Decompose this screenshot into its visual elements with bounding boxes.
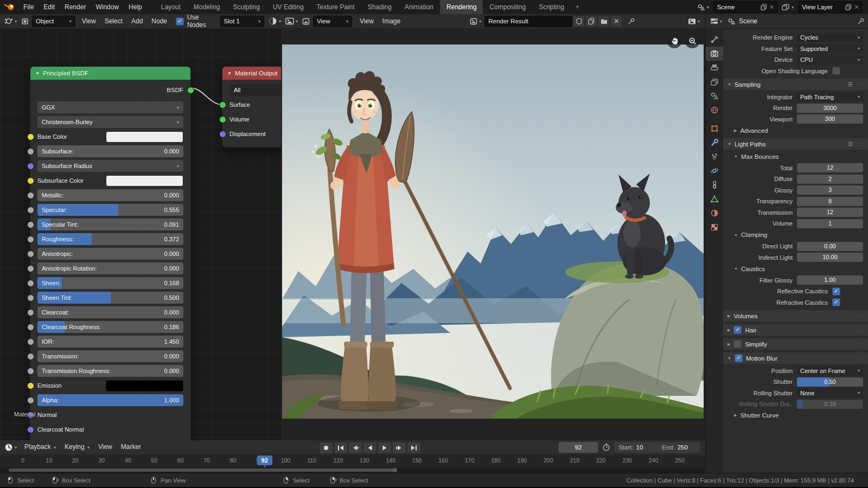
input-socket-gray[interactable]	[27, 280, 34, 287]
node-slider[interactable]: Clearcoat:0.000	[37, 306, 183, 318]
shader-menu-add[interactable]: Add	[127, 14, 147, 28]
properties-tab-render-icon[interactable]	[706, 47, 723, 61]
dropdown-rolling-shutter[interactable]: None▾	[797, 388, 863, 397]
node-slider[interactable]: Subsurface:0.000	[37, 145, 183, 157]
input-socket-gray[interactable]	[27, 221, 34, 228]
input-socket-gray[interactable]	[27, 338, 34, 345]
workspace-tab-shading[interactable]: Shading	[361, 0, 398, 14]
properties-tab-physics-icon[interactable]	[706, 164, 723, 178]
frame-end-field[interactable]: End:250	[658, 442, 700, 453]
image-mode-dropdown[interactable]: View▾	[313, 16, 352, 27]
main-menu-render[interactable]: Render	[60, 0, 91, 14]
value-field-filter-glossy[interactable]: 1.00	[797, 275, 863, 285]
value-field-transparency[interactable]: 8	[797, 197, 863, 206]
color-swatch[interactable]	[106, 380, 183, 391]
output-target-row[interactable]: All	[229, 84, 281, 96]
workspace-tab-compositing[interactable]: Compositing	[483, 0, 532, 14]
presets-icon[interactable]: ☰	[848, 81, 853, 87]
pin-icon[interactable]	[857, 18, 864, 25]
panel-arrow-icon[interactable]: ▶	[727, 342, 730, 346]
checkbox-reflective-caustics[interactable]: ✓	[832, 287, 840, 296]
node-dropdown[interactable]: GGX▾	[37, 101, 183, 113]
value-field-transmission[interactable]: 12	[797, 208, 863, 217]
panel-simplify[interactable]: ▶Simplify::::	[723, 338, 868, 350]
fake-user-shield-icon[interactable]	[573, 16, 585, 27]
node-slider[interactable]: Specular Tint:0.091	[37, 219, 183, 230]
panel-arrow-icon[interactable]: ▼	[734, 233, 738, 237]
principled-bsdf-header[interactable]: ▼ Principled BSDF	[30, 67, 190, 80]
properties-tab-data-icon[interactable]	[706, 192, 723, 206]
jump-end-button[interactable]	[407, 442, 421, 454]
workspace-tab-rendering[interactable]: Rendering	[440, 0, 483, 14]
value-field-total[interactable]: 12	[797, 163, 863, 172]
checkbox-refractive-caustics[interactable]: ✓	[832, 298, 840, 306]
workspace-tab-texture-paint[interactable]: Texture Paint	[310, 0, 361, 14]
slider-shutter[interactable]: 0.50	[797, 377, 863, 387]
node-value-field[interactable]: IOR:1.450	[37, 336, 183, 348]
main-menu-window[interactable]: Window	[91, 0, 124, 14]
shader-type-dropdown[interactable]: Object▾	[32, 16, 75, 27]
input-socket-yellow[interactable]	[27, 133, 34, 140]
node-slider[interactable]: Clearcoat Roughness:0.186	[37, 321, 183, 333]
color-swatch[interactable]	[106, 175, 183, 187]
new-view-layer-icon[interactable]	[845, 4, 852, 10]
jump-start-button[interactable]	[334, 442, 348, 454]
panel-arrow-icon[interactable]: ▼	[734, 155, 738, 158]
node-slider[interactable]: Metallic:0.000	[37, 189, 183, 201]
scrollbar-knob[interactable]	[393, 468, 397, 472]
workspace-tab-sculpting[interactable]: Sculpting	[227, 0, 266, 14]
value-field-viewport[interactable]: 300	[797, 114, 863, 124]
editor-type-timeline-icon[interactable]: ▾	[4, 443, 17, 452]
view-layer-selector[interactable]: View Layer ✕	[798, 1, 863, 13]
node-slider[interactable]: Anisotropic Rotation:0.000	[37, 262, 183, 274]
shader-menu-select[interactable]: Select	[100, 14, 127, 28]
node-slider[interactable]: Transmission:0.000	[37, 350, 183, 362]
panel-caustics[interactable]: ▼Caustics	[723, 264, 868, 274]
editor-type-shader-icon[interactable]: ▾	[4, 17, 17, 25]
value-field-diffuse[interactable]: 2	[797, 175, 863, 184]
properties-tab-modifiers-icon[interactable]	[706, 136, 723, 150]
input-socket-gray[interactable]	[27, 148, 34, 155]
unlink-scene-icon[interactable]: ✕	[769, 3, 775, 11]
properties-tab-object-icon[interactable]	[706, 121, 723, 136]
input-socket-vector[interactable]	[27, 163, 34, 170]
panel-checkbox[interactable]	[733, 340, 742, 348]
play-button[interactable]	[378, 442, 392, 454]
image-datablock-field[interactable]: Render Result	[484, 16, 572, 27]
panel-checkbox[interactable]: ✓	[735, 354, 743, 362]
panel-checkbox[interactable]: ✓	[733, 326, 742, 334]
input-socket-vector[interactable]	[219, 131, 226, 138]
value-field-direct-light[interactable]: 0.00	[797, 242, 863, 251]
blender-logo-icon[interactable]	[4, 3, 15, 11]
principled-bsdf-node[interactable]: ▼ Principled BSDF BSDF GGX▾Christensen-B…	[30, 66, 191, 440]
panel-light-paths[interactable]: ▼Light Paths☰::::	[723, 138, 868, 150]
material-preview-icon[interactable]: ▾	[269, 17, 281, 25]
editor-type-image-icon[interactable]: ▾	[285, 17, 298, 25]
panel-clamping[interactable]: ▼Clamping	[723, 230, 868, 240]
panel-arrow-icon[interactable]: ▼	[727, 82, 731, 86]
slider-rolling-shutter-dur-[interactable]: 0.10	[797, 400, 863, 409]
shader-menu-node[interactable]: Node	[147, 14, 171, 28]
dropdown-device[interactable]: CPU▾	[797, 55, 863, 65]
panel-arrow-icon[interactable]: ▶	[734, 129, 737, 133]
panel-arrow-icon[interactable]: ▶	[727, 314, 730, 318]
node-dropdown[interactable]: Subsurface Radius▾	[37, 160, 183, 172]
open-image-icon[interactable]	[598, 16, 610, 27]
input-socket-gray[interactable]	[27, 353, 34, 360]
display-channels-icon[interactable]: ▾	[688, 18, 700, 25]
workspace-tab-uv-editing[interactable]: UV Editing	[266, 0, 310, 14]
shader-type-icon[interactable]	[21, 18, 29, 25]
node-slider[interactable]: Sheen:0.168	[37, 277, 183, 289]
main-menu-edit[interactable]: Edit	[39, 0, 60, 14]
material-output-node[interactable]: ▼ Material Output All SurfaceVolumeDispl…	[222, 66, 281, 147]
input-socket-yellow[interactable]	[27, 382, 34, 389]
workspace-tab-layout[interactable]: Layout	[155, 0, 187, 14]
panel-arrow-icon[interactable]: ▼	[734, 267, 738, 271]
pan-view-icon[interactable]	[667, 33, 682, 48]
timeline-scrollbar[interactable]	[0, 467, 705, 473]
input-socket-vector[interactable]	[27, 426, 34, 433]
node-slider[interactable]: Alpha:1.000	[37, 394, 183, 406]
value-field-render[interactable]: 3000	[797, 104, 863, 113]
panel-arrow-icon[interactable]: ▼	[727, 142, 731, 146]
bsdf-output-socket[interactable]	[187, 87, 194, 94]
